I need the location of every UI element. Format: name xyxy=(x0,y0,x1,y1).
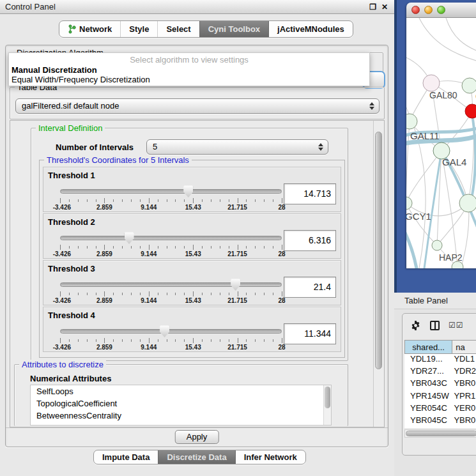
slider-track[interactable] xyxy=(60,236,282,240)
checkbox-icons[interactable]: ☑☑ xyxy=(449,321,464,330)
threshold-slider[interactable]: -3.4262.8599.14415.4321.71528 xyxy=(60,184,282,211)
slider-ticks xyxy=(60,291,282,296)
tab-label: jActiveMNodules xyxy=(277,24,344,34)
table-row[interactable]: YDR27...YDR2 xyxy=(404,366,476,378)
network-node-selected[interactable] xyxy=(465,104,476,118)
threshold-value-field[interactable]: 11.344 xyxy=(284,323,336,344)
threshold-slider[interactable]: -3.4262.8599.14415.4321.71528 xyxy=(60,324,282,351)
network-node[interactable] xyxy=(459,194,476,212)
table-panel-title: Table Panel xyxy=(404,296,448,305)
bottom-tabbar: Impute Data Discretize Data Infer Networ… xyxy=(93,450,306,464)
algorithm-placeholder-option[interactable]: Select algorithm to view settings xyxy=(9,53,369,65)
table-data-combobox[interactable]: galFiltered.sif default node xyxy=(15,98,380,114)
algorithm-option-equal-width[interactable]: Equal Width/Frequency Discretization xyxy=(9,75,369,84)
tab-discretize-data[interactable]: Discretize Data xyxy=(158,450,234,464)
threshold-value-field[interactable]: 21.4 xyxy=(284,277,336,298)
control-panel-title: Control Panel xyxy=(5,2,56,12)
slider-track[interactable] xyxy=(60,282,282,287)
node-label-gal4: GAL4 xyxy=(442,157,466,167)
control-panel-titlebar[interactable]: Control Panel ❐ ✕ xyxy=(0,0,394,14)
numerical-attributes-list[interactable]: SelfLoopsTopologicalCoefficientBetweenne… xyxy=(30,385,332,426)
network-node[interactable] xyxy=(406,197,412,210)
threshold-panel: Threshold 1 -3.4262.8599.14415.4321.7152… xyxy=(43,167,341,212)
network-window-titlebar[interactable] xyxy=(406,3,476,18)
tab-impute-data[interactable]: Impute Data xyxy=(94,450,158,464)
cyni-toolbox-panel: Discretization Algorithm Select algorith… xyxy=(5,45,388,447)
threshold-slider[interactable]: -3.4262.8599.14415.4321.71528 xyxy=(60,277,282,304)
table-row[interactable]: YBR045CYBR0 xyxy=(404,415,476,427)
float-window-icon[interactable]: ❐ xyxy=(369,3,376,11)
slider-tick-labels: -3.4262.8599.14415.4321.71528 xyxy=(60,344,282,351)
table-row[interactable]: YBR043CYBR0 xyxy=(404,378,476,390)
minimize-traffic-light-icon[interactable] xyxy=(424,6,433,14)
slider-track[interactable] xyxy=(60,189,282,194)
tab-jactivemnodules[interactable]: jActiveMNodules xyxy=(268,21,353,37)
apply-button[interactable]: Apply xyxy=(175,430,219,444)
slider-thumb[interactable] xyxy=(183,185,193,197)
table-header-row: shared... na xyxy=(404,340,476,354)
tab-infer-network[interactable]: Infer Network xyxy=(235,450,305,464)
columns-icon[interactable] xyxy=(430,321,440,330)
settings-scrollpane: Interval Definition Number of Intervals … xyxy=(10,120,385,427)
scrollbar-thumb[interactable] xyxy=(325,387,330,408)
tab-cyni-toolbox[interactable]: Cyni Toolbox xyxy=(199,21,268,37)
tab-select[interactable]: Select xyxy=(157,21,199,37)
table-panel-titlebar[interactable]: Table Panel xyxy=(394,293,476,309)
gear-icon[interactable] xyxy=(410,320,421,331)
column-header-name[interactable]: na xyxy=(452,340,476,354)
network-graph: GAL80 GA C GAL11 GAL4 GCY1 H HAP2 xyxy=(406,18,476,268)
algorithm-option-manual[interactable]: Manual Discretization xyxy=(9,65,369,75)
close-traffic-light-icon[interactable] xyxy=(411,6,420,14)
node-label-gal11: GAL11 xyxy=(410,130,440,141)
network-node[interactable] xyxy=(423,75,440,91)
attribute-list-item[interactable]: SelfLoops xyxy=(31,385,331,397)
attribute-list-item[interactable]: TopologicalCoefficient xyxy=(31,397,331,410)
network-node[interactable] xyxy=(462,78,476,93)
interval-definition-title: Interval Definition xyxy=(36,123,105,133)
slider-thumb[interactable] xyxy=(160,325,169,337)
attributes-group: Attributes to discretize Numerical Attri… xyxy=(14,364,348,426)
tab-label: Network xyxy=(79,24,112,34)
algorithm-dropdown-popup: Select algorithm to view settings Manual… xyxy=(8,52,370,86)
table-row[interactable]: YPR145WYPR1 xyxy=(404,391,476,403)
slider-track[interactable] xyxy=(60,329,282,334)
slider-thumb[interactable] xyxy=(125,232,134,244)
zoom-traffic-light-icon[interactable] xyxy=(437,6,445,14)
tab-style[interactable]: Style xyxy=(120,21,157,37)
scrollbar-thumb[interactable] xyxy=(406,431,476,436)
table-row[interactable]: YDL19...YDL1 xyxy=(404,354,476,366)
table-horizontal-scrollbar[interactable] xyxy=(404,429,476,438)
column-header-shared-name[interactable]: shared... xyxy=(404,340,452,354)
network-icon xyxy=(68,24,76,34)
desktop-edge xyxy=(394,0,397,293)
network-node[interactable] xyxy=(432,240,442,250)
tab-label: Style xyxy=(129,24,149,34)
apply-row: Apply xyxy=(6,427,388,447)
settings-vertical-scrollbar[interactable] xyxy=(373,121,383,427)
slider-tick-labels: -3.4262.8599.14415.4321.71528 xyxy=(60,250,282,257)
attribute-list-item[interactable]: BetweennessCentrality xyxy=(31,410,331,422)
number-of-intervals-combobox[interactable]: 5 xyxy=(146,139,328,155)
table-row[interactable]: YBL079WYBL0 xyxy=(404,427,476,428)
table-panel-toolbar: ☑☑ xyxy=(403,314,476,337)
spinner-arrows-icon xyxy=(318,141,324,153)
node-table[interactable]: shared... na YDL19...YDL1YDR27...YDR2YBR… xyxy=(404,340,476,428)
threshold-value-field[interactable]: 14.713 xyxy=(284,183,336,204)
slider-thumb[interactable] xyxy=(231,279,240,291)
slider-ticks xyxy=(60,245,282,250)
network-canvas[interactable]: GAL80 GA C GAL11 GAL4 GCY1 H HAP2 xyxy=(406,18,476,268)
threshold-value-field[interactable]: 6.316 xyxy=(284,230,336,251)
scrollbar-thumb[interactable] xyxy=(375,132,382,369)
network-node[interactable] xyxy=(406,114,417,129)
right-region: GAL80 GA C GAL11 GAL4 GCY1 H HAP2 Table … xyxy=(394,0,476,476)
table-row[interactable]: YER054CYER0 xyxy=(404,403,476,415)
attributes-items: SelfLoopsTopologicalCoefficientBetweenne… xyxy=(31,385,331,422)
threshold-label: Threshold 4 xyxy=(48,311,95,320)
threshold-slider[interactable]: -3.4262.8599.14415.4321.71528 xyxy=(60,231,282,257)
slider-ticks xyxy=(60,338,282,343)
attributes-scrollbar[interactable] xyxy=(323,385,331,426)
slider-tick-labels: -3.4262.8599.14415.4321.71528 xyxy=(60,297,282,304)
network-view-window[interactable]: GAL80 GA C GAL11 GAL4 GCY1 H HAP2 xyxy=(406,3,476,268)
tab-network[interactable]: Network xyxy=(59,21,120,37)
close-window-icon[interactable]: ✕ xyxy=(381,3,388,11)
